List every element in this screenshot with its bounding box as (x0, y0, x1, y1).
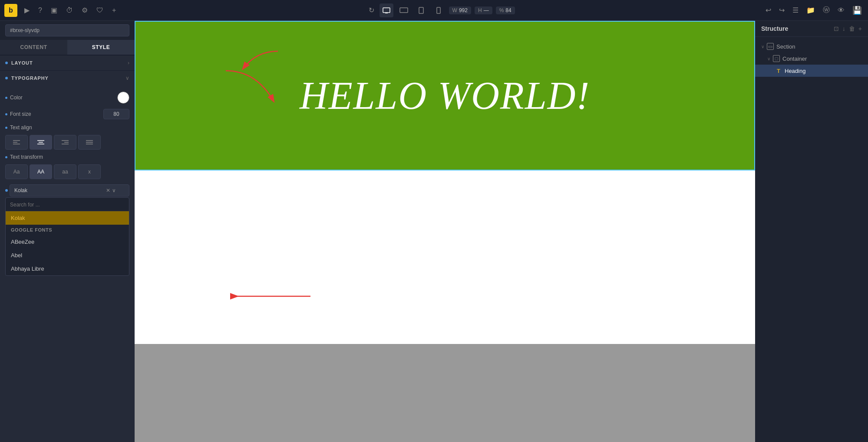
tree-item-container[interactable]: ∨ □ Container (755, 52, 868, 65)
font-search (6, 198, 129, 211)
toolbar-right: ↩ ↪ ☰ 📁 ⓦ 👁 💾 (764, 4, 864, 17)
element-id-input[interactable] (5, 24, 129, 36)
font-search-input[interactable] (10, 202, 125, 208)
section-chevron-icon: ∨ (761, 44, 764, 49)
text-transform-label: Text transform (5, 154, 43, 160)
typography-title: TYPOGRAPHY (11, 75, 49, 81)
layout-section-header[interactable]: LAYOUT › (0, 55, 135, 70)
layout-title: LAYOUT (11, 60, 33, 65)
width-field[interactable]: W 992 (449, 7, 471, 14)
align-left-btn[interactable] (5, 135, 28, 150)
tree-item-section[interactable]: ∨ ▭ Section (755, 40, 868, 52)
text-transform-row: Text transform (5, 151, 129, 163)
typography-section: TYPOGRAPHY ∨ Color Font size (0, 70, 135, 279)
font-dropdown-icon[interactable]: ∨ (112, 187, 116, 193)
wordpress-icon[interactable]: ⓦ (821, 4, 832, 16)
align-right-btn[interactable] (54, 135, 76, 150)
transform-buttons: Aa AA aa x (5, 163, 129, 181)
align-buttons (5, 133, 129, 151)
typography-dot (5, 77, 8, 79)
top-toolbar: b ▶ ? ▣ ⏱ ⚙ 🛡 + ↻ W 992 H — % 84 (0, 0, 868, 21)
grid-icon[interactable]: ☰ (791, 4, 800, 16)
main-area: CONTENT STYLE LAYOUT › TYPO (0, 21, 868, 442)
logo[interactable]: b (4, 4, 17, 17)
transform-clear-btn[interactable]: x (78, 164, 101, 179)
align-justify-btn[interactable] (78, 135, 101, 150)
color-row: Color (5, 89, 129, 106)
font-selector[interactable]: Kolak ✕ ∨ (10, 184, 129, 196)
canvas-wrapper: HELLO WORLD! (135, 21, 755, 442)
layout-chevron-icon: › (128, 60, 129, 66)
preview-icon[interactable]: 👁 (836, 5, 846, 16)
text-align-label: Text align (5, 124, 32, 131)
redo-icon[interactable]: ↪ (777, 4, 786, 16)
canvas-heading[interactable]: HELLO WORLD! (300, 73, 590, 118)
copy-icon[interactable]: ⊡ (834, 25, 839, 32)
text-align-row: Text align (5, 122, 129, 133)
typography-section-header[interactable]: TYPOGRAPHY ∨ (0, 70, 135, 85)
template-icon[interactable]: ▣ (49, 4, 59, 16)
right-panel-icons: ⊡ ↓ 🗑 + (834, 25, 862, 32)
download-icon[interactable]: ↓ (842, 25, 845, 32)
heading-label: Heading (785, 68, 805, 74)
font-item-kolak[interactable]: Kolak (6, 211, 129, 225)
align-center-btn[interactable] (30, 135, 52, 150)
add-icon[interactable]: + (858, 25, 862, 32)
canvas-white-section (135, 170, 755, 344)
shield-icon[interactable]: 🛡 (95, 5, 105, 16)
svg-rect-4 (437, 7, 440, 13)
font-size-input[interactable] (103, 109, 129, 119)
font-selector-row: Kolak ✕ ∨ (5, 184, 129, 196)
left-panel: CONTENT STYLE LAYOUT › TYPO (0, 21, 135, 442)
svg-rect-0 (383, 8, 390, 13)
font-dropdown: Kolak GOOGLE FONTS ABeeZee Abel Abhaya L… (5, 197, 129, 276)
font-size-label: Font size (5, 111, 31, 117)
font-item-abel[interactable]: Abel (6, 249, 129, 262)
transform-none-btn[interactable]: Aa (5, 164, 28, 179)
canvas-green-section: HELLO WORLD! (135, 21, 755, 170)
undo-icon[interactable]: ↩ (764, 4, 773, 16)
zoom-field[interactable]: % 84 (496, 7, 515, 14)
right-panel-header: Structure ⊡ ↓ 🗑 + (755, 21, 868, 37)
history-icon[interactable]: ⏱ (64, 5, 75, 16)
tree-item-heading[interactable]: T Heading (755, 65, 868, 77)
folder-icon[interactable]: 📁 (805, 4, 817, 16)
svg-rect-2 (400, 8, 408, 13)
font-size-row: Font size (5, 106, 129, 122)
tab-style[interactable]: STYLE (67, 40, 135, 55)
panel-scroll[interactable]: LAYOUT › TYPOGRAPHY ∨ Color (0, 55, 135, 442)
save-icon[interactable]: 💾 (851, 4, 864, 17)
svg-rect-3 (419, 7, 423, 13)
id-bar (0, 21, 135, 40)
transform-lowercase-btn[interactable]: aa (54, 164, 76, 179)
font-selector-value: Kolak (14, 187, 27, 193)
refresh-icon[interactable]: ↻ (367, 4, 376, 16)
section-icon: ▭ (767, 43, 774, 50)
viewport-mobile-btn[interactable] (432, 3, 446, 17)
container-chevron-icon: ∨ (767, 56, 770, 61)
cursor-icon[interactable]: ▶ (23, 4, 31, 16)
font-item-abeezee[interactable]: ABeeZee (6, 235, 129, 249)
panel-tabs: CONTENT STYLE (0, 40, 135, 55)
viewport-desktop-btn[interactable] (380, 3, 393, 17)
help-icon[interactable]: ? (36, 5, 44, 16)
section-label: Section (776, 43, 795, 50)
typography-content: Color Font size Text align (0, 85, 135, 279)
google-fonts-header: GOOGLE FONTS (6, 225, 129, 235)
font-dot (5, 189, 8, 192)
color-picker[interactable] (117, 92, 129, 104)
canvas-area[interactable]: HELLO WORLD! (135, 21, 755, 442)
add-icon[interactable]: + (110, 5, 118, 16)
settings-icon[interactable]: ⚙ (80, 4, 89, 16)
tab-content[interactable]: CONTENT (0, 40, 67, 55)
viewport-tablet-btn[interactable] (414, 3, 428, 17)
right-panel: Structure ⊡ ↓ 🗑 + ∨ ▭ Section ∨ □ Contai… (755, 21, 868, 442)
transform-uppercase-btn[interactable]: AA (30, 164, 52, 179)
viewport-wide-btn[interactable] (397, 3, 411, 17)
layout-section: LAYOUT › (0, 55, 135, 70)
toolbar-center: ↻ W 992 H — % 84 (367, 3, 515, 17)
height-field[interactable]: H — (475, 7, 492, 14)
delete-icon[interactable]: 🗑 (849, 25, 855, 32)
font-clear-icon[interactable]: ✕ (106, 187, 110, 193)
font-item-abhaya-libre[interactable]: Abhaya Libre (6, 262, 129, 275)
